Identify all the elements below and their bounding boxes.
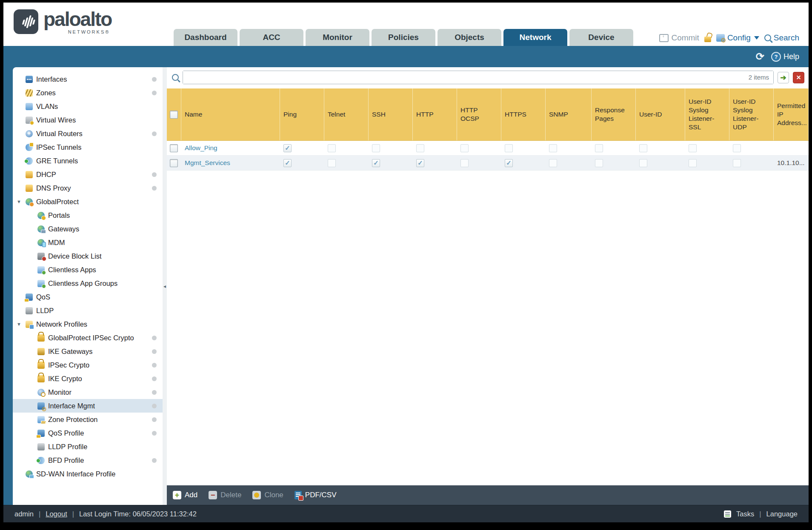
- sidebar-item-zones[interactable]: Zones: [13, 86, 163, 100]
- sidebar-item-globalprotect[interactable]: GlobalProtect: [13, 195, 163, 208]
- status-dot: [152, 404, 157, 408]
- sidebar-item-monitor[interactable]: Monitor: [13, 385, 163, 399]
- clone-button[interactable]: Clone: [252, 491, 283, 499]
- sidebar-item-device-block-list[interactable]: Device Block List: [13, 249, 163, 263]
- apply-filter-button[interactable]: [778, 72, 789, 83]
- https-checkbox[interactable]: [505, 159, 513, 167]
- ssh-checkbox[interactable]: [372, 144, 380, 152]
- sidebar-item-gateways[interactable]: Gateways: [13, 222, 163, 236]
- col-header-http[interactable]: HTTP: [413, 88, 457, 140]
- user-id-checkbox[interactable]: [639, 159, 647, 167]
- col-header-http-ocsp[interactable]: HTTP OCSP: [457, 88, 501, 140]
- uid-syslog-ssl-checkbox[interactable]: [689, 159, 697, 167]
- sidebar-item-virtual-routers[interactable]: Virtual Routers: [13, 127, 163, 140]
- sidebar-item-globalprotect-ipsec-crypto[interactable]: GlobalProtect IPSec Crypto: [13, 331, 163, 345]
- commit-button[interactable]: Commit: [659, 33, 699, 43]
- tab-objects[interactable]: Objects: [437, 29, 501, 46]
- sidebar-item-virtual-wires[interactable]: Virtual Wires: [13, 113, 163, 127]
- delete-button[interactable]: Delete: [209, 491, 241, 499]
- sidebar-item-zone-protection[interactable]: Zone Protection: [13, 413, 163, 426]
- http-checkbox[interactable]: [416, 144, 424, 152]
- sidebar-item-lldp-profile[interactable]: LLDP Profile: [13, 440, 163, 453]
- tab-device[interactable]: Device: [569, 29, 633, 46]
- filter-input[interactable]: [183, 71, 773, 84]
- col-header-response-pages[interactable]: Response Pages: [592, 88, 636, 140]
- sidebar-item-bfd-profile[interactable]: BFD Profile: [13, 453, 163, 467]
- sidebar-item-lldp[interactable]: LLDP: [13, 304, 163, 317]
- sidebar-item-portals[interactable]: Portals: [13, 208, 163, 222]
- sidebar-item-ipsec-crypto[interactable]: IPSec Crypto: [13, 358, 163, 372]
- collapse-arrow-icon[interactable]: [17, 199, 22, 204]
- col-header-snmp[interactable]: SNMP: [546, 88, 592, 140]
- add-button[interactable]: Add: [173, 491, 197, 499]
- col-header-ssh[interactable]: SSH: [369, 88, 413, 140]
- col-header-name[interactable]: Name: [181, 88, 280, 140]
- telnet-checkbox[interactable]: [328, 144, 336, 152]
- divider: [39, 510, 40, 518]
- sidebar-item-network-profiles[interactable]: Network Profiles: [13, 317, 163, 331]
- snmp-checkbox[interactable]: [549, 144, 557, 152]
- collapse-arrow-icon[interactable]: [17, 322, 22, 327]
- sidebar-item-ike-gateways[interactable]: IKE Gateways: [13, 345, 163, 358]
- telnet-checkbox[interactable]: [328, 159, 336, 167]
- sidebar-item-interface-mgmt[interactable]: Interface Mgmt: [13, 399, 163, 413]
- tab-monitor[interactable]: Monitor: [306, 29, 369, 46]
- clear-filter-button[interactable]: [793, 72, 804, 83]
- user-id-checkbox[interactable]: [639, 144, 647, 152]
- tab-policies[interactable]: Policies: [372, 29, 435, 46]
- sidebar-item-sd-wan-interface-profile[interactable]: SD-WAN Interface Profile: [13, 467, 163, 481]
- uid-syslog-ssl-checkbox[interactable]: [689, 144, 697, 152]
- unlock-icon[interactable]: [704, 37, 711, 42]
- help-button[interactable]: Help: [771, 52, 799, 62]
- language-link[interactable]: Language: [766, 510, 798, 518]
- global-search-button[interactable]: Search: [764, 33, 799, 43]
- tab-acc[interactable]: ACC: [240, 29, 303, 46]
- profile-name-link[interactable]: Allow_Ping: [185, 144, 217, 152]
- row-select-checkbox[interactable]: [170, 159, 178, 167]
- ping-checkbox[interactable]: [283, 159, 292, 167]
- http-ocsp-checkbox[interactable]: [460, 159, 469, 167]
- https-checkbox[interactable]: [505, 144, 513, 152]
- sidebar-item-dns-proxy[interactable]: DNS Proxy: [13, 181, 163, 195]
- pdf-csv-button[interactable]: PDF/CSV: [294, 491, 337, 499]
- sidebar-item-mdm[interactable]: MDM: [13, 236, 163, 249]
- http-ocsp-checkbox[interactable]: [460, 144, 469, 152]
- sidebar-item-ipsec-tunnels[interactable]: IPSec Tunnels: [13, 140, 163, 154]
- col-header-permitted-ip[interactable]: Permitted IP Address...: [774, 88, 809, 140]
- col-header-telnet[interactable]: Telnet: [324, 88, 369, 140]
- sidebar-item-dhcp[interactable]: DHCP: [13, 168, 163, 181]
- response-pages-checkbox[interactable]: [595, 144, 603, 152]
- sidebar-item-qos[interactable]: QoS: [13, 290, 163, 304]
- uid-syslog-udp-checkbox[interactable]: [733, 144, 741, 152]
- sidebar-item-ike-crypto[interactable]: IKE Crypto: [13, 372, 163, 385]
- logout-link[interactable]: Logout: [46, 510, 67, 518]
- snmp-checkbox[interactable]: [549, 159, 557, 167]
- sidebar-item-vlans[interactable]: VLANs: [13, 100, 163, 113]
- col-header-uid-syslog-udp[interactable]: User-ID Syslog Listener-UDP: [729, 88, 774, 140]
- select-all-checkbox[interactable]: [170, 111, 178, 119]
- ssh-checkbox[interactable]: [372, 159, 380, 167]
- col-header-ping[interactable]: Ping: [280, 88, 324, 140]
- tasks-link[interactable]: Tasks: [736, 510, 754, 518]
- refresh-icon[interactable]: ⟳: [756, 51, 764, 63]
- tab-dashboard[interactable]: Dashboard: [174, 29, 237, 46]
- sidebar-item-qos-profile[interactable]: QoS Profile: [13, 426, 163, 440]
- col-header-user-id[interactable]: User-ID: [636, 88, 685, 140]
- uid-syslog-udp-checkbox[interactable]: [733, 159, 741, 167]
- profile-name-link[interactable]: Mgmt_Services: [185, 159, 230, 167]
- zones-icon: [26, 89, 33, 97]
- sidebar-item-clientless-app-groups[interactable]: Clientless App Groups: [13, 276, 163, 290]
- response-pages-checkbox[interactable]: [595, 159, 603, 167]
- sidebar-collapse-handle[interactable]: [163, 67, 167, 505]
- ping-checkbox[interactable]: [283, 144, 292, 152]
- sidebar-item-interfaces[interactable]: Interfaces: [13, 72, 163, 86]
- col-header-https[interactable]: HTTPS: [501, 88, 546, 140]
- sidebar-item-clientless-apps[interactable]: Clientless Apps: [13, 263, 163, 276]
- row-select-checkbox[interactable]: [170, 144, 178, 152]
- config-menu-button[interactable]: Config: [716, 33, 759, 43]
- sidebar-item-gre-tunnels[interactable]: GRE Tunnels: [13, 154, 163, 168]
- tab-network[interactable]: Network: [503, 29, 567, 46]
- col-header-uid-syslog-ssl[interactable]: User-ID Syslog Listener-SSL: [685, 88, 729, 140]
- sd-wan-interface-profile-icon: [26, 470, 33, 478]
- http-checkbox[interactable]: [416, 159, 424, 167]
